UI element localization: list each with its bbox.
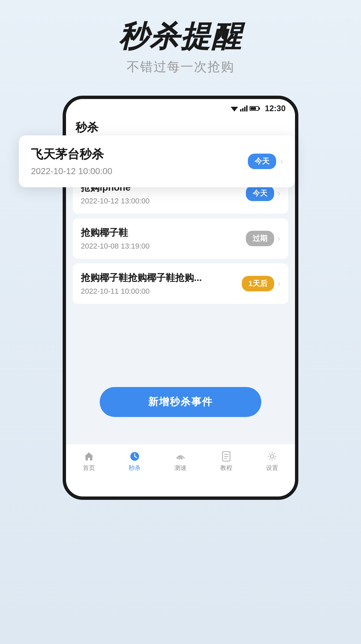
floating-card-chevron-icon[interactable]: › bbox=[280, 157, 283, 166]
main-title: 秒杀提醒 bbox=[0, 20, 361, 53]
nav-label-home: 首页 bbox=[83, 464, 95, 472]
list-item-1[interactable]: 抢购椰子鞋 2022-10-08 13:19:00 过期 › bbox=[73, 218, 288, 259]
phone-screen-title: 秒杀 bbox=[75, 120, 286, 135]
list-item-0-right: 今天 › bbox=[246, 186, 280, 201]
nav-label-seckill: 秒杀 bbox=[129, 464, 141, 472]
page-header: 秒杀提醒 不错过每一次抢购 bbox=[0, 0, 361, 82]
document-icon bbox=[220, 450, 232, 462]
list-item-1-chevron-icon[interactable]: › bbox=[277, 234, 280, 243]
floating-card-badge: 今天 bbox=[248, 154, 276, 169]
status-bar: 12:30 bbox=[66, 99, 295, 116]
add-button-area: 新增秒杀事件 bbox=[66, 387, 295, 417]
battery-icon bbox=[250, 106, 259, 111]
list-item-2-title: 抢购椰子鞋抢购椰子鞋抢购... bbox=[81, 271, 202, 284]
nav-label-tutorial: 教程 bbox=[220, 464, 232, 472]
signal-icon bbox=[240, 105, 248, 111]
list-item-2-badge: 1天后 bbox=[242, 276, 274, 291]
wifi-status-icon bbox=[231, 105, 238, 111]
list-item-1-right: 过期 › bbox=[246, 231, 280, 246]
list-item-0-badge: 今天 bbox=[246, 186, 274, 201]
list-item-2-content: 抢购椰子鞋抢购椰子鞋抢购... 2022-10-11 10:00:00 bbox=[81, 271, 202, 296]
phone-mockup-area: 飞天茅台秒杀 2022-10-12 10:00:00 今天 › bbox=[29, 96, 332, 500]
nav-item-settings[interactable]: 设置 bbox=[259, 448, 285, 475]
list-item-1-badge: 过期 bbox=[246, 231, 274, 246]
list-item-1-content: 抢购椰子鞋 2022-10-08 13:19:00 bbox=[81, 226, 150, 251]
add-event-button[interactable]: 新增秒杀事件 bbox=[100, 387, 261, 417]
floating-card-right: 今天 › bbox=[248, 154, 283, 169]
list-item-2-right: 1天后 › bbox=[242, 276, 280, 291]
nav-item-tutorial[interactable]: 教程 bbox=[214, 448, 239, 475]
sub-title: 不错过每一次抢购 bbox=[0, 58, 361, 75]
list-item-0-chevron-icon[interactable]: › bbox=[277, 189, 280, 198]
floating-card[interactable]: 飞天茅台秒杀 2022-10-12 10:00:00 今天 › bbox=[19, 135, 295, 187]
clock-icon bbox=[129, 450, 141, 462]
bottom-nav: 首页 秒杀 bbox=[66, 444, 295, 481]
status-icons bbox=[231, 105, 259, 111]
svg-marker-0 bbox=[231, 107, 238, 111]
list-item-1-title: 抢购椰子鞋 bbox=[81, 226, 150, 239]
floating-card-content: 飞天茅台秒杀 2022-10-12 10:00:00 bbox=[31, 146, 112, 176]
floating-card-time: 2022-10-12 10:00:00 bbox=[31, 166, 112, 176]
home-icon bbox=[83, 450, 95, 462]
nav-item-home[interactable]: 首页 bbox=[76, 448, 102, 475]
status-time: 12:30 bbox=[265, 104, 286, 113]
svg-point-8 bbox=[270, 455, 274, 458]
speedtest-icon bbox=[174, 450, 187, 462]
nav-item-speedtest[interactable]: 测速 bbox=[168, 448, 193, 475]
nav-label-settings: 设置 bbox=[266, 464, 278, 472]
nav-label-speedtest: 测速 bbox=[174, 464, 187, 472]
list-item-2[interactable]: 抢购椰子鞋抢购椰子鞋抢购... 2022-10-11 10:00:00 1天后 … bbox=[73, 263, 288, 304]
list-item-1-time: 2022-10-08 13:19:00 bbox=[81, 242, 150, 251]
floating-card-title: 飞天茅台秒杀 bbox=[31, 146, 112, 163]
gear-icon bbox=[266, 450, 278, 462]
list-item-2-time: 2022-10-11 10:00:00 bbox=[81, 287, 202, 296]
list-item-2-chevron-icon[interactable]: › bbox=[277, 279, 280, 288]
nav-item-seckill[interactable]: 秒杀 bbox=[122, 448, 147, 475]
list-item-0-time: 2022-10-12 13:00:00 bbox=[81, 197, 150, 205]
